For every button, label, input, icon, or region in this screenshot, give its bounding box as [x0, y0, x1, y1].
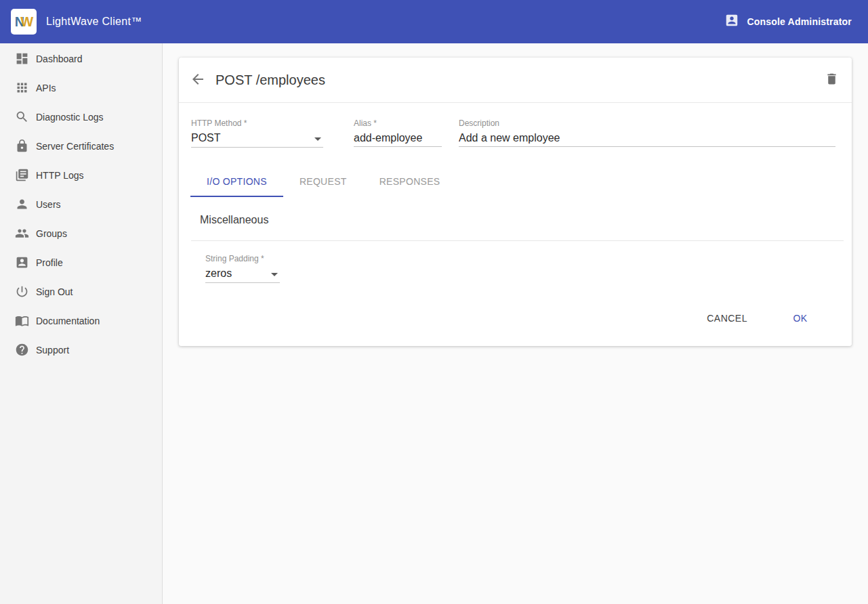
- sidebar-item-dashboard[interactable]: Dashboard: [0, 44, 162, 73]
- library-books-icon: [14, 167, 30, 184]
- string-padding-value: zeros: [205, 267, 232, 279]
- sidebar-item-label: Profile: [36, 257, 63, 268]
- main-content: POST /employees HTTP Method * POST Ali: [163, 43, 868, 604]
- sidebar-item-label: Support: [36, 345, 69, 355]
- sidebar-item-label: Diagnostic Logs: [36, 112, 104, 123]
- page-title: POST /employees: [215, 72, 823, 88]
- sidebar-item-label: HTTP Logs: [36, 170, 84, 181]
- tab-responses[interactable]: RESPONSES: [363, 166, 457, 197]
- person-icon: [14, 196, 30, 213]
- sidebar-item-label: Groups: [36, 228, 67, 239]
- back-button[interactable]: [190, 72, 206, 88]
- app-logo: N W: [11, 9, 37, 35]
- delete-button[interactable]: [823, 72, 840, 88]
- group-icon: [14, 225, 30, 242]
- ok-button[interactable]: OK: [779, 306, 822, 330]
- card-header: POST /employees: [179, 58, 852, 103]
- account-box-icon: [14, 255, 30, 271]
- app-header: N W LightWave Client™ Console Administra…: [0, 0, 868, 43]
- app-title: LightWave Client™: [46, 16, 142, 28]
- user-menu[interactable]: Console Administrator: [724, 13, 852, 30]
- endpoint-card: POST /employees HTTP Method * POST Ali: [179, 58, 852, 346]
- chevron-down-icon: [271, 273, 278, 276]
- io-options-panel: Miscellaneous String Padding * zeros: [179, 214, 852, 283]
- endpoint-form-row: HTTP Method * POST Alias * Description: [179, 103, 852, 148]
- alias-field: Alias *: [354, 119, 442, 148]
- http-method-field: HTTP Method * POST: [191, 119, 323, 148]
- description-label: Description: [459, 119, 835, 128]
- sidebar-item-server-certificates[interactable]: Server Certificates: [0, 131, 162, 160]
- http-method-select[interactable]: POST: [191, 132, 323, 148]
- http-method-label: HTTP Method *: [191, 119, 323, 128]
- sidebar-item-http-logs[interactable]: HTTP Logs: [0, 160, 162, 190]
- tab-request[interactable]: REQUEST: [283, 166, 363, 197]
- logo-letter-w: W: [20, 14, 33, 30]
- divider: [191, 240, 844, 241]
- tab-io-options[interactable]: I/O OPTIONS: [190, 166, 283, 197]
- lock-icon: [14, 138, 30, 154]
- sidebar-item-label: Sign Out: [36, 286, 73, 297]
- chevron-down-icon: [314, 137, 321, 141]
- alias-label: Alias *: [354, 119, 442, 128]
- sidebar-item-label: Dashboard: [36, 53, 83, 64]
- sidebar-item-support[interactable]: Support: [0, 335, 162, 364]
- sidebar-item-documentation[interactable]: Documentation: [0, 306, 162, 335]
- sidebar-item-users[interactable]: Users: [0, 190, 162, 219]
- string-padding-label: String Padding *: [205, 255, 280, 263]
- cancel-button[interactable]: CANCEL: [696, 306, 758, 330]
- sidebar-item-diagnostic-logs[interactable]: Diagnostic Logs: [0, 102, 162, 131]
- sidebar-item-sign-out[interactable]: Sign Out: [0, 277, 162, 306]
- open-book-icon: [14, 313, 30, 329]
- sidebar-item-groups[interactable]: Groups: [0, 219, 162, 248]
- sidebar-item-label: Server Certificates: [36, 141, 114, 152]
- sidebar-item-apis[interactable]: APIs: [0, 73, 162, 102]
- alias-input[interactable]: [354, 132, 442, 147]
- description-input[interactable]: [459, 132, 835, 147]
- help-icon: [14, 342, 30, 358]
- sidebar: Dashboard APIs Diagnostic Logs Server Ce…: [0, 43, 163, 604]
- sidebar-item-label: Documentation: [36, 316, 100, 326]
- dashboard-icon: [14, 51, 30, 67]
- trash-icon: [825, 72, 839, 88]
- power-icon: [14, 284, 30, 300]
- sidebar-item-label: APIs: [36, 83, 56, 93]
- search-icon: [14, 109, 30, 125]
- card-actions: CANCEL OK: [179, 306, 852, 346]
- tab-bar: I/O OPTIONS REQUEST RESPONSES: [179, 166, 852, 197]
- sidebar-item-label: Users: [36, 199, 61, 210]
- string-padding-field: String Padding * zeros: [205, 255, 280, 283]
- account-box-icon: [724, 13, 739, 30]
- sidebar-item-profile[interactable]: Profile: [0, 248, 162, 277]
- apps-grid-icon: [14, 80, 30, 96]
- user-label: Console Administrator: [747, 16, 852, 27]
- arrow-back-icon: [190, 71, 206, 89]
- http-method-value: POST: [191, 132, 221, 144]
- string-padding-select[interactable]: zeros: [205, 267, 280, 283]
- description-field: Description: [459, 119, 835, 148]
- section-title: Miscellaneous: [200, 214, 852, 226]
